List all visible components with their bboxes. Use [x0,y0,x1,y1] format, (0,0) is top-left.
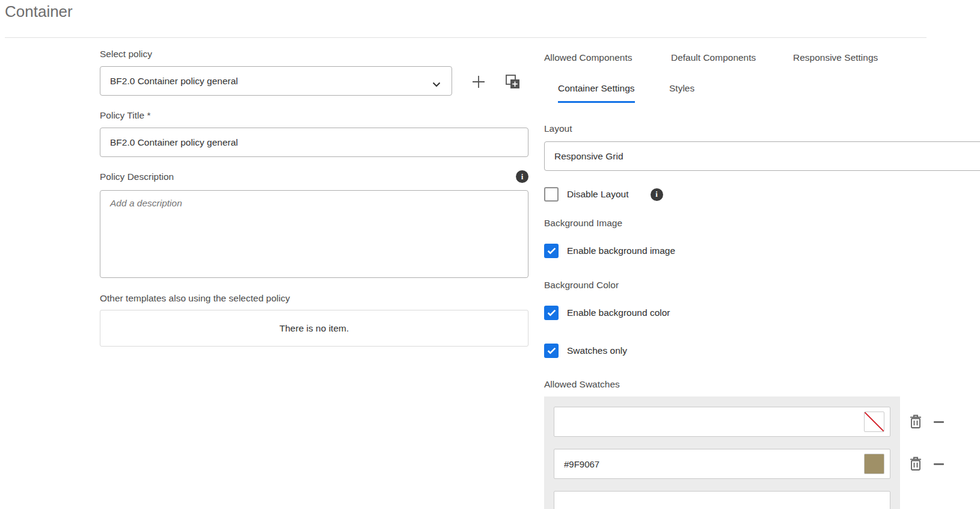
background-image-label: Background Image [544,218,622,229]
swatch-row-partial [554,491,890,509]
tab-allowed-components[interactable]: Allowed Components [544,52,632,63]
policy-title-input[interactable] [100,128,528,157]
enable-background-color-checkbox[interactable] [544,306,559,320]
enable-background-image-row: Enable background image [544,243,675,259]
swatch-color-chip-transparent [864,412,884,432]
policy-select[interactable]: BF2.0 Container policy general [100,66,452,96]
policy-description-info-icon[interactable]: i [516,170,528,183]
duplicate-policy-button[interactable] [504,74,521,91]
empty-list-text: There is no item. [280,323,349,334]
disable-layout-info-icon[interactable]: i [651,188,663,201]
disable-layout-row: Disable Layout i [544,187,663,202]
layout-label: Layout [544,123,572,134]
check-icon [547,309,556,316]
drag-handle[interactable] [934,463,944,465]
trash-icon [908,422,923,431]
allowed-swatches-panel [544,396,900,509]
swatch-value-input[interactable] [554,449,890,478]
add-policy-button[interactable] [470,74,487,91]
drag-handle[interactable] [934,421,944,423]
background-color-label: Background Color [544,280,619,291]
tab-responsive-settings[interactable]: Responsive Settings [793,52,878,63]
other-templates-empty-list: There is no item. [100,310,528,347]
policy-title-label: Policy Title * [100,110,150,121]
tab-container-settings[interactable]: Container Settings [558,83,635,103]
swatch-value-input[interactable] [554,407,890,436]
enable-background-color-label: Enable background color [567,307,670,318]
tab-styles[interactable]: Styles [669,83,694,94]
delete-swatch-button[interactable] [908,414,923,431]
delete-swatch-button[interactable] [908,456,923,473]
select-policy-label: Select policy [100,49,152,60]
layout-select[interactable]: Responsive Grid [544,141,980,171]
header-divider [5,37,926,38]
chevron-down-icon [432,79,441,90]
enable-background-image-label: Enable background image [567,245,675,256]
check-icon [547,247,556,255]
disable-layout-label: Disable Layout [567,189,629,200]
trash-icon [908,464,923,474]
swatches-only-label: Swatches only [567,345,627,356]
policy-select-value: BF2.0 Container policy general [110,67,238,95]
page-title: Container [5,2,73,21]
swatch-color-chip [864,454,884,474]
plus-icon [471,82,486,91]
info-glyph: i [655,190,658,199]
info-glyph: i [521,172,524,182]
disable-layout-checkbox[interactable] [544,187,559,202]
enable-background-color-row: Enable background color [544,305,670,321]
swatches-only-row: Swatches only [544,343,627,359]
tab-default-components[interactable]: Default Components [671,52,756,63]
other-templates-label: Other templates also using the selected … [100,293,290,304]
policy-description-label: Policy Description [100,171,174,182]
check-icon [547,347,556,354]
allowed-swatches-label: Allowed Swatches [544,379,620,390]
swatch-row [554,407,890,437]
policy-description-textarea[interactable] [100,190,528,278]
swatch-row [554,449,890,479]
copy-plus-icon [505,82,521,91]
enable-background-image-checkbox[interactable] [544,244,559,258]
swatches-only-checkbox[interactable] [544,344,559,358]
layout-select-value: Responsive Grid [554,142,623,170]
